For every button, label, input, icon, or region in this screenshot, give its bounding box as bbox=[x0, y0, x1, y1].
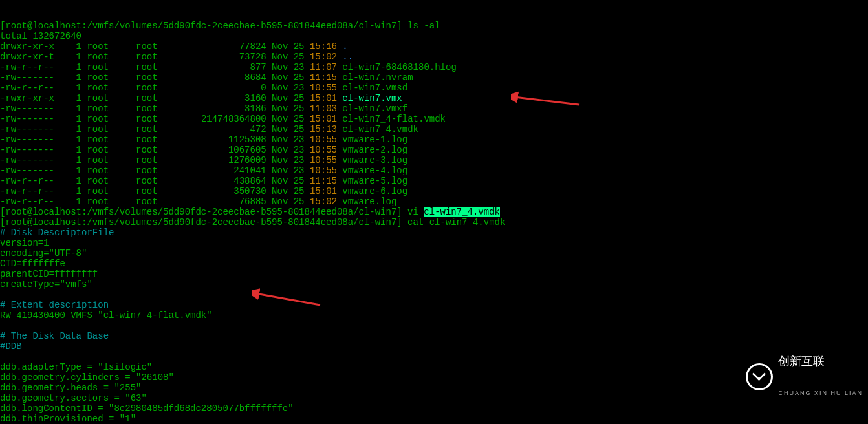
ls-perm: -rw------- bbox=[0, 145, 54, 155]
cat-line: ddb.geometry.cylinders = "26108" bbox=[0, 372, 174, 383]
watermark-logo-icon bbox=[746, 363, 773, 390]
ls-links: 1 bbox=[54, 186, 87, 196]
shell-prompt: [root@localhost:/vmfs/volumes/5dd90fdc-2… bbox=[0, 21, 407, 31]
cat-line: # Disk DescriptorFile bbox=[0, 228, 114, 238]
ls-links: 1 bbox=[54, 124, 87, 134]
cat-line: # Extent description bbox=[0, 300, 109, 310]
ls-day: 23 bbox=[294, 165, 310, 176]
ls-owner: root bbox=[87, 114, 136, 124]
ls-day: 23 bbox=[294, 155, 310, 165]
ls-links: 1 bbox=[54, 145, 87, 155]
ls-filename: vmware.log bbox=[342, 196, 396, 207]
cat-line: encoding="UTF-8" bbox=[0, 248, 87, 259]
ls-filename: cl-win7_4-flat.vmdk bbox=[342, 114, 446, 124]
ls-size: 73728 bbox=[185, 52, 272, 62]
ls-links: 1 bbox=[54, 114, 87, 124]
ls-time: 15:01 bbox=[310, 186, 337, 196]
ls-owner: root bbox=[87, 72, 136, 83]
ls-month: Nov bbox=[272, 41, 294, 52]
cat-line: ddb.adapterType = "lsilogic" bbox=[0, 362, 152, 372]
ls-size: 877 bbox=[185, 62, 272, 72]
ls-links: 1 bbox=[54, 83, 87, 93]
ls-time: 15:02 bbox=[310, 196, 337, 207]
ls-size: 0 bbox=[185, 83, 272, 93]
ls-owner: root bbox=[87, 134, 136, 145]
ls-filename: cl-win7.vmxf bbox=[342, 103, 407, 114]
ls-owner: root bbox=[87, 124, 136, 134]
ls-owner: root bbox=[87, 93, 136, 103]
ls-perm: -rw------- bbox=[0, 72, 54, 83]
ls-perm: -rw------- bbox=[0, 155, 54, 165]
ls-owner: root bbox=[87, 155, 136, 165]
ls-links: 1 bbox=[54, 134, 87, 145]
ls-size: 241041 bbox=[185, 165, 272, 176]
ls-day: 25 bbox=[294, 93, 310, 103]
shell-prompt: [root@localhost:/vmfs/volumes/5dd90fdc-2… bbox=[0, 207, 407, 217]
ls-month: Nov bbox=[272, 196, 294, 207]
ls-time: 10:55 bbox=[310, 83, 337, 93]
ls-time: 15:13 bbox=[310, 124, 337, 134]
ls-filename: cl-win7.vmx bbox=[342, 93, 402, 103]
ls-day: 25 bbox=[294, 41, 310, 52]
ls-month: Nov bbox=[272, 114, 294, 124]
ls-links: 1 bbox=[54, 52, 87, 62]
ls-size: 1067605 bbox=[185, 145, 272, 155]
ls-size: 1276009 bbox=[185, 155, 272, 165]
annotation-arrow-bottom bbox=[252, 286, 323, 309]
ls-perm: -rw-r--r-- bbox=[0, 62, 54, 72]
ls-perm: -rwxr-xr-x bbox=[0, 93, 54, 103]
ls-filename: cl-win7-68468180.hlog bbox=[342, 62, 456, 72]
cmd-vi-arg: cl-win7_4.vmdk bbox=[424, 207, 500, 217]
ls-group: root bbox=[136, 196, 185, 207]
ls-month: Nov bbox=[272, 186, 294, 196]
ls-month: Nov bbox=[272, 103, 294, 114]
ls-filename: . bbox=[342, 41, 347, 52]
ls-time: 15:01 bbox=[310, 93, 337, 103]
ls-perm: -rw------- bbox=[0, 134, 54, 145]
ls-filename: vmware-2.log bbox=[342, 145, 407, 155]
terminal[interactable]: [root@localhost:/vmfs/volumes/5dd90fdc-2… bbox=[0, 0, 868, 424]
ls-group: root bbox=[136, 176, 185, 186]
ls-day: 23 bbox=[294, 145, 310, 155]
cmd-vi: vi bbox=[407, 207, 424, 217]
ls-perm: drwxr-xr-t bbox=[0, 52, 54, 62]
ls-month: Nov bbox=[272, 72, 294, 83]
ls-size: 3160 bbox=[185, 93, 272, 103]
ls-day: 25 bbox=[294, 196, 310, 207]
cat-line: version=1 bbox=[0, 238, 49, 248]
ls-day: 25 bbox=[294, 176, 310, 186]
cat-line: parentCID=ffffffff bbox=[0, 269, 98, 279]
annotation-arrow-top bbox=[511, 84, 582, 110]
ls-total: total 132672640 bbox=[0, 31, 81, 41]
ls-time: 15:16 bbox=[310, 41, 337, 52]
cat-line: CID=fffffffe bbox=[0, 259, 65, 269]
ls-links: 1 bbox=[54, 196, 87, 207]
ls-day: 23 bbox=[294, 134, 310, 145]
ls-links: 1 bbox=[54, 93, 87, 103]
ls-time: 11:15 bbox=[310, 176, 337, 186]
cat-line: ddb.geometry.heads = "255" bbox=[0, 383, 141, 393]
ls-month: Nov bbox=[272, 145, 294, 155]
ls-filename: vmware-6.log bbox=[342, 186, 407, 196]
ls-perm: -rw------- bbox=[0, 114, 54, 124]
watermark-brand: 创新互联 bbox=[778, 355, 863, 367]
cat-line: #DDB bbox=[0, 341, 22, 352]
ls-size: 350730 bbox=[185, 186, 272, 196]
ls-month: Nov bbox=[272, 62, 294, 72]
cat-line: createType="vmfs" bbox=[0, 279, 92, 290]
ls-links: 1 bbox=[54, 155, 87, 165]
ls-time: 11:07 bbox=[310, 62, 337, 72]
ls-month: Nov bbox=[272, 155, 294, 165]
ls-time: 11:03 bbox=[310, 103, 337, 114]
ls-time: 10:55 bbox=[310, 145, 337, 155]
cat-line: ddb.geometry.sectors = "63" bbox=[0, 393, 147, 403]
ls-group: root bbox=[136, 145, 185, 155]
ls-filename: .. bbox=[342, 52, 353, 62]
ls-perm: -rw-r--r-- bbox=[0, 196, 54, 207]
cmd-cat: cat cl-win7_4.vmdk bbox=[407, 217, 505, 228]
ls-day: 25 bbox=[294, 72, 310, 83]
ls-day: 25 bbox=[294, 124, 310, 134]
ls-group: root bbox=[136, 124, 185, 134]
ls-size: 214748364800 bbox=[185, 114, 272, 124]
ls-group: root bbox=[136, 72, 185, 83]
